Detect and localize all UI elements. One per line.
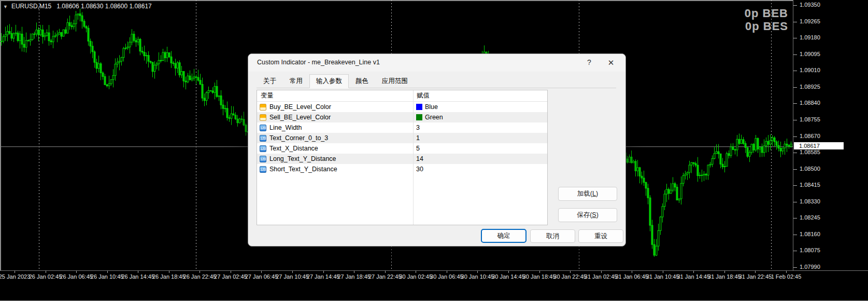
tab-输入参数[interactable]: 输入参数 (309, 74, 349, 88)
number-param-icon: 123 (260, 135, 266, 142)
price-axis-label: 1.08925 (800, 84, 820, 90)
time-axis-tick (323, 271, 324, 273)
time-axis-tick (354, 271, 354, 273)
number-param-icon: 123 (260, 166, 266, 173)
time-axis-label: 31 Jan 02:45 (585, 273, 618, 280)
close-icon[interactable]: ✕ (601, 54, 621, 71)
load-button[interactable]: 加载(L) (558, 187, 617, 201)
time-axis-tick (786, 271, 787, 273)
price-axis-label: 1.07990 (800, 264, 820, 270)
ok-button[interactable]: 确定 (481, 229, 527, 243)
number-param-icon: 123 (260, 156, 266, 162)
tab-关于[interactable]: 关于 (257, 74, 283, 88)
time-axis-tick (231, 271, 231, 273)
param-value: Blue (425, 102, 438, 112)
color-swatch (416, 104, 422, 110)
price-axis-label: 1.08755 (800, 116, 820, 122)
param-row-Text_Corner_0_to_3[interactable]: 123Text_Corner_0_to_31 (257, 133, 547, 143)
time-axis-label: 26 Jan 02:45 (29, 273, 62, 280)
dialog-title: Custom Indicator - me_Breakeven_Line v1 (257, 59, 380, 66)
price-axis[interactable]: 1.08617 1.093501.092651.091801.090951.09… (793, 0, 868, 270)
reset-button[interactable]: 重设 (578, 229, 623, 243)
time-axis-label: 1 Feb 02:45 (771, 273, 802, 280)
time-axis-label: 30 Jan 22:45 (553, 273, 587, 280)
table-header-row: 变量 赋值 (257, 90, 547, 102)
param-value: 5 (416, 143, 420, 154)
time-axis-tick (663, 271, 663, 273)
price-axis-label: 1.08075 (800, 247, 820, 253)
time-axis-label: 30 Jan 18:45 (523, 273, 556, 280)
param-row-Long_Text_Y_Distance[interactable]: 123Long_Text_Y_Distance14 (257, 154, 547, 164)
time-axis-label: 30 Jan 10:45 (461, 273, 494, 280)
column-header-variable: 变量 (257, 90, 413, 101)
time-axis-tick (15, 271, 15, 273)
time-axis-label: 27 Jan 06:45 (245, 273, 278, 280)
price-axis-label: 1.08585 (800, 149, 820, 155)
price-axis-label: 1.09350 (800, 2, 820, 8)
time-axis-label: 27 Jan 14:45 (307, 273, 340, 280)
time-axis-tick (601, 271, 602, 273)
time-axis-label: 31 Jan 22:45 (739, 273, 772, 280)
time-axis-tick (539, 271, 540, 273)
price-axis-label: 1.09265 (800, 18, 820, 24)
param-value: 14 (416, 154, 423, 164)
price-axis-label: 1.08160 (800, 231, 820, 237)
param-value: 30 (416, 164, 423, 174)
time-axis-label: 30 Jan 02:45 (399, 273, 432, 280)
time-axis-tick (632, 271, 632, 273)
price-axis-label: 1.08415 (800, 182, 820, 188)
param-name: Long_Text_Y_Distance (269, 154, 336, 164)
param-name: Line_Width (269, 122, 302, 133)
param-name: Short_Text_Y_Distance (269, 164, 337, 174)
time-axis-tick (169, 271, 169, 273)
param-row-Sell_BE_Level_Color[interactable]: Sell_BE_Level_ColorGreen (257, 112, 547, 122)
save-button[interactable]: 保存(S) (558, 208, 617, 222)
time-axis-tick (447, 271, 447, 273)
time-axis-tick (416, 271, 416, 273)
param-row-Buy_BE_Level_Color[interactable]: Buy_BE_Level_ColorBlue (257, 102, 547, 112)
price-axis-label: 1.08500 (800, 166, 820, 172)
param-row-Text_X_Distance[interactable]: 123Text_X_Distance5 (257, 143, 547, 154)
param-name: Buy_BE_Level_Color (269, 102, 331, 112)
dialog-titlebar[interactable]: Custom Indicator - me_Breakeven_Line v1 … (248, 54, 625, 72)
param-row-Line_Width[interactable]: 123Line_Width3 (257, 122, 547, 133)
tab-常用[interactable]: 常用 (283, 74, 309, 88)
parameters-table[interactable]: 变量 赋值 Buy_BE_Level_ColorBlueSell_BE_Leve… (257, 90, 548, 225)
time-axis-tick (385, 271, 386, 273)
time-axis-label: 27 Jan 02:45 (214, 273, 247, 280)
param-row-Short_Text_Y_Distance[interactable]: 123Short_Text_Y_Distance30 (257, 164, 547, 174)
time-axis-label: 26 Jan 14:45 (121, 273, 154, 280)
cancel-button[interactable]: 取消 (530, 229, 575, 243)
number-param-icon: 123 (260, 145, 266, 152)
param-name: Sell_BE_Level_Color (269, 112, 331, 122)
time-axis-label: 31 Jan 10:45 (646, 273, 679, 280)
time-axis-label: 26 Jan 22:45 (183, 273, 217, 280)
param-value: 3 (416, 122, 420, 133)
param-name: Text_Corner_0_to_3 (269, 133, 328, 143)
time-axis-label: 31 Jan 14:45 (677, 273, 710, 280)
time-axis-tick (200, 271, 200, 273)
mt-terminal-window: ▼EURUSD,M151.08606 1.08630 1.08600 1.086… (0, 0, 868, 301)
help-icon[interactable]: ? (579, 54, 600, 71)
time-axis-tick (76, 271, 77, 273)
time-axis-tick (138, 271, 138, 273)
tab-应用范围[interactable]: 应用范围 (375, 74, 415, 88)
price-axis-label: 1.08670 (800, 133, 820, 139)
time-axis-tick (292, 271, 293, 273)
time-axis-tick (693, 271, 694, 273)
price-axis-label: 1.09010 (800, 67, 820, 73)
time-axis-label: 27 Jan 22:45 (368, 273, 402, 280)
time-axis-label: 27 Jan 10:45 (276, 273, 309, 280)
time-axis-tick (261, 271, 262, 273)
be-sell-label: 0p BES (0, 20, 788, 33)
time-axis-label: 31 Jan 18:45 (708, 273, 741, 280)
time-axis-tick (755, 271, 756, 273)
breakeven-overlay-labels: 0p BEB 0p BES (0, 7, 788, 33)
price-axis-label: 1.08245 (800, 214, 820, 221)
time-axis-tick (508, 271, 509, 273)
time-axis-label: 30 Jan 14:45 (492, 273, 525, 280)
time-axis[interactable]: 25 Jan 202326 Jan 02:4526 Jan 06:4526 Ja… (0, 270, 868, 300)
tab-颜色[interactable]: 颜色 (349, 74, 375, 88)
time-axis-label: 26 Jan 10:45 (91, 273, 124, 280)
time-axis-tick (107, 271, 108, 273)
